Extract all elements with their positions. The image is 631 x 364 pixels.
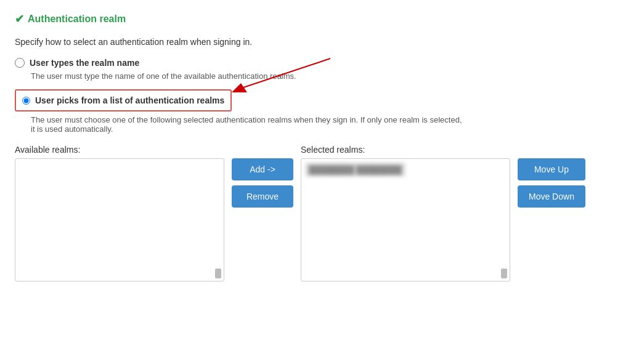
add-button[interactable]: Add -> (232, 158, 293, 180)
radio-option-type[interactable]: User types the realm name (15, 58, 616, 68)
section-title: ✔ Authentication realm (15, 12, 616, 26)
available-realms-label: Available realms: (15, 145, 224, 155)
title-text: Authentication realm (28, 14, 126, 25)
radio-pick[interactable] (22, 97, 30, 105)
selected-realms-listbox[interactable]: ████████ ████████ (301, 158, 510, 281)
selected-realm-item-1[interactable]: ████████ ████████ (305, 163, 405, 177)
radio-pick-label: User picks from a list of authentication… (35, 95, 224, 105)
move-up-button[interactable]: Move Up (518, 158, 585, 180)
radio-option-pick-box[interactable]: User picks from a list of authentication… (15, 89, 232, 111)
available-realms-column: Available realms: (15, 145, 224, 281)
checkmark-icon: ✔ (15, 12, 24, 26)
realms-section: Available realms: Add -> Remove Selected… (15, 145, 616, 281)
move-down-button[interactable]: Move Down (518, 185, 585, 208)
radio-pick-sublabel: The user must choose one of the followin… (31, 115, 462, 134)
selected-realms-column: Selected realms: ████████ ████████ (301, 145, 510, 281)
section-description: Specify how to select an authentication … (15, 37, 616, 47)
add-remove-buttons: Add -> Remove (232, 158, 293, 208)
svg-marker-1 (232, 83, 247, 92)
move-buttons: Move Up Move Down (518, 158, 585, 208)
remove-button[interactable]: Remove (232, 185, 293, 208)
radio-type[interactable] (15, 58, 25, 68)
radio-type-label: User types the realm name (30, 58, 139, 68)
selected-realms-label: Selected realms: (301, 145, 510, 155)
available-realms-listbox[interactable] (15, 158, 224, 281)
scrollbar-thumb (215, 269, 221, 278)
option-pick-container: User picks from a list of authentication… (15, 89, 232, 115)
radio-type-sublabel: The user must type the name of one of th… (31, 71, 616, 81)
scrollbar-thumb-selected (501, 269, 507, 278)
